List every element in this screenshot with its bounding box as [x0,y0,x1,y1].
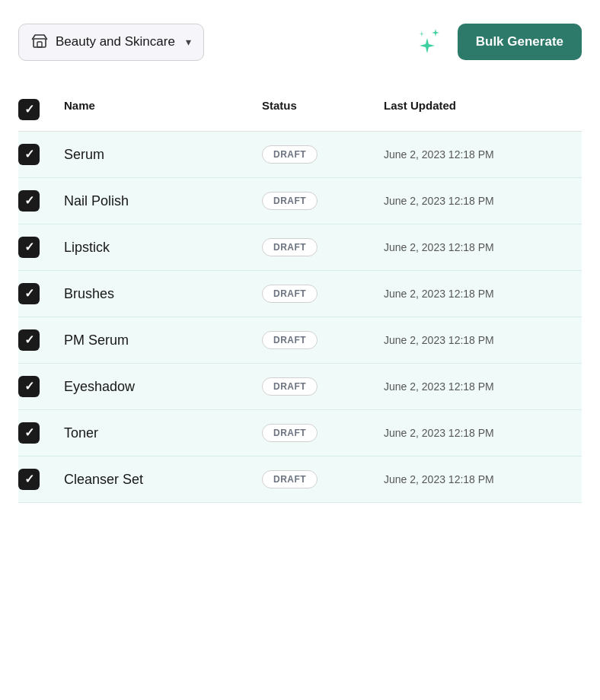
check-icon: ✓ [24,241,34,253]
product-name-5: PM Serum [64,332,262,348]
last-updated-6: June 2, 2023 12:18 PM [384,380,582,393]
check-icon: ✓ [24,334,34,346]
status-badge: DRAFT [262,192,318,210]
last-updated-7: June 2, 2023 12:18 PM [384,427,582,439]
row-checkbox-8[interactable]: ✓ [18,469,64,490]
last-updated-5: June 2, 2023 12:18 PM [384,334,582,346]
column-header-status: Status [262,99,384,120]
status-cell-4: DRAFT [262,285,384,303]
row-checkbox-5[interactable]: ✓ [18,329,64,351]
row-checkbox-7[interactable]: ✓ [18,422,64,444]
status-cell-6: DRAFT [262,377,384,396]
check-icon: ✓ [24,103,34,116]
select-all-checkbox[interactable]: ✓ [18,99,64,120]
table-row: ✓ Cleanser Set DRAFT June 2, 2023 12:18 … [18,457,582,503]
product-name-3: Lipstick [64,240,262,256]
last-updated-3: June 2, 2023 12:18 PM [384,241,582,253]
product-name-4: Brushes [64,286,262,302]
last-updated-8: June 2, 2023 12:18 PM [384,473,582,485]
sparkle-icon [409,23,447,61]
status-badge: DRAFT [262,424,318,442]
svg-rect-0 [34,39,46,47]
table-header-row: ✓ Name Status Last Updated [18,91,582,132]
status-cell-8: DRAFT [262,470,384,488]
product-name-7: Toner [64,425,262,441]
row-checkbox-6[interactable]: ✓ [18,376,64,397]
product-name-6: Eyeshadow [64,379,262,395]
status-badge: DRAFT [262,145,318,164]
check-icon: ✓ [24,288,34,300]
last-updated-2: June 2, 2023 12:18 PM [384,195,582,207]
status-badge: DRAFT [262,377,318,396]
table-row: ✓ Toner DRAFT June 2, 2023 12:18 PM [18,410,582,457]
table-row: ✓ Brushes DRAFT June 2, 2023 12:18 PM [18,271,582,317]
status-badge: DRAFT [262,238,318,256]
status-badge: DRAFT [262,285,318,303]
page-header: Beauty and Skincare ▾ Bulk Generate [18,23,582,61]
last-updated-1: June 2, 2023 12:18 PM [384,148,582,161]
column-header-last-updated: Last Updated [384,99,582,120]
header-actions: Bulk Generate [409,23,582,61]
check-icon: ✓ [24,148,34,161]
row-checkbox-1[interactable]: ✓ [18,144,64,165]
check-icon: ✓ [24,380,34,393]
status-cell-1: DRAFT [262,145,384,164]
table-body: ✓ Serum DRAFT June 2, 2023 12:18 PM ✓ Na… [18,132,582,503]
table-row: ✓ Lipstick DRAFT June 2, 2023 12:18 PM [18,224,582,271]
products-table: ✓ Name Status Last Updated ✓ Serum DRAFT… [18,91,582,503]
product-name-2: Nail Polish [64,193,262,209]
row-checkbox-3[interactable]: ✓ [18,237,64,258]
status-badge: DRAFT [262,470,318,488]
status-cell-7: DRAFT [262,424,384,442]
status-cell-5: DRAFT [262,331,384,349]
store-selector[interactable]: Beauty and Skincare ▾ [18,24,204,61]
table-row: ✓ Nail Polish DRAFT June 2, 2023 12:18 P… [18,178,582,224]
last-updated-4: June 2, 2023 12:18 PM [384,288,582,300]
store-icon [31,32,48,52]
table-row: ✓ Eyeshadow DRAFT June 2, 2023 12:18 PM [18,364,582,410]
status-badge: DRAFT [262,331,318,349]
product-name-1: Serum [64,147,262,163]
check-icon: ✓ [24,473,34,485]
bulk-generate-button[interactable]: Bulk Generate [458,24,582,60]
check-icon: ✓ [24,427,34,439]
row-checkbox-2[interactable]: ✓ [18,190,64,212]
table-row: ✓ PM Serum DRAFT June 2, 2023 12:18 PM [18,317,582,364]
store-name: Beauty and Skincare [56,34,175,49]
row-checkbox-4[interactable]: ✓ [18,283,64,304]
svg-rect-1 [37,42,42,47]
column-header-name: Name [64,99,262,120]
status-cell-2: DRAFT [262,192,384,210]
product-name-8: Cleanser Set [64,472,262,488]
check-icon: ✓ [24,195,34,207]
table-row: ✓ Serum DRAFT June 2, 2023 12:18 PM [18,132,582,178]
chevron-down-icon: ▾ [186,36,191,48]
status-cell-3: DRAFT [262,238,384,256]
